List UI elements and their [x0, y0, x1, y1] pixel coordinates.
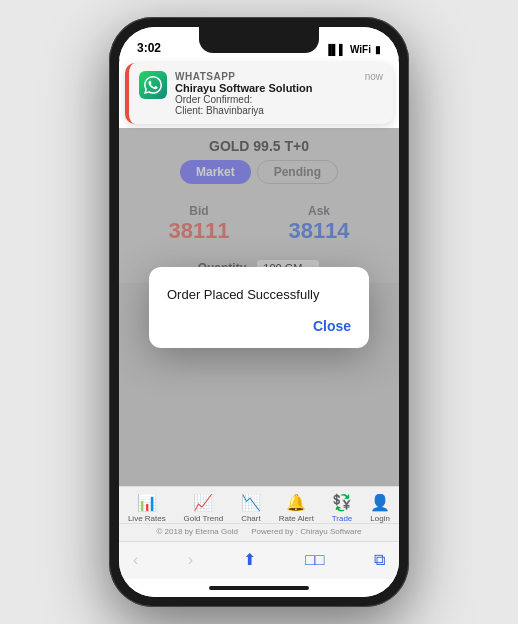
nav-login[interactable]: 👤 Login — [370, 493, 390, 523]
notif-app-name: WHATSAPP — [175, 71, 235, 82]
phone-screen: 3:02 ▐▌▌ WiFi ▮ WHATSAPP now Chirayu Sof… — [119, 27, 399, 597]
modal-box: Order Placed Successfully Close — [149, 267, 369, 348]
nav-live-rates[interactable]: 📊 Live Rates — [128, 493, 166, 523]
notification-content: WHATSAPP now Chirayu Software Solution O… — [175, 71, 383, 116]
nav-trade-label: Trade — [332, 514, 353, 523]
chart-icon: 📉 — [241, 493, 261, 512]
nav-gold-trend-label: Gold Trend — [184, 514, 224, 523]
modal-close-button[interactable]: Close — [313, 318, 351, 334]
status-icons: ▐▌▌ WiFi ▮ — [325, 44, 381, 55]
gold-trend-icon: 📈 — [193, 493, 213, 512]
notification-banner[interactable]: WHATSAPP now Chirayu Software Solution O… — [125, 63, 393, 124]
modal-overlay: Order Placed Successfully Close — [119, 128, 399, 486]
rate-alert-icon: 🔔 — [286, 493, 306, 512]
footer-right: Powered by : Chirayu Software — [251, 527, 361, 536]
modal-close-container: Close — [167, 318, 351, 334]
signal-icon: ▐▌▌ — [325, 44, 346, 55]
notch — [199, 27, 319, 53]
nav-live-rates-label: Live Rates — [128, 514, 166, 523]
tabs-button[interactable]: ⧉ — [374, 551, 385, 569]
back-button[interactable]: ‹ — [133, 551, 138, 569]
status-time: 3:02 — [137, 41, 161, 55]
nav-gold-trend[interactable]: 📈 Gold Trend — [184, 493, 224, 523]
live-rates-icon: 📊 — [137, 493, 157, 512]
trade-icon: 💱 — [332, 493, 352, 512]
login-icon: 👤 — [370, 493, 390, 512]
home-bar — [209, 586, 309, 590]
battery-icon: ▮ — [375, 44, 381, 55]
nav-login-label: Login — [370, 514, 390, 523]
nav-items: 📊 Live Rates 📈 Gold Trend 📉 Chart 🔔 Rate… — [119, 493, 399, 523]
bookmarks-button[interactable]: □□ — [305, 551, 324, 569]
share-button[interactable]: ⬆ — [243, 550, 256, 569]
nav-trade[interactable]: 💱 Trade — [332, 493, 353, 523]
wifi-icon: WiFi — [350, 44, 371, 55]
nav-rate-alert[interactable]: 🔔 Rate Alert — [279, 493, 314, 523]
modal-message: Order Placed Successfully — [167, 287, 351, 302]
notif-sender: Chirayu Software Solution — [175, 82, 383, 94]
app-content: GOLD 99.5 T+0 Market Pending Bid 38111 A… — [119, 128, 399, 486]
notif-time: now — [365, 71, 383, 82]
home-indicator — [119, 579, 399, 597]
notif-line2: Client: Bhavinbariya — [175, 105, 383, 116]
notif-line1: Order Confirmed: — [175, 94, 383, 105]
nav-chart-label: Chart — [241, 514, 261, 523]
bottom-nav: 📊 Live Rates 📈 Gold Trend 📉 Chart 🔔 Rate… — [119, 486, 399, 541]
phone-frame: 3:02 ▐▌▌ WiFi ▮ WHATSAPP now Chirayu Sof… — [109, 17, 409, 607]
footer-left: © 2018 by Eterna Gold — [156, 527, 238, 536]
footer: © 2018 by Eterna Gold Powered by : Chira… — [119, 523, 399, 539]
forward-button[interactable]: › — [188, 551, 193, 569]
nav-rate-alert-label: Rate Alert — [279, 514, 314, 523]
safari-bar: ‹ › ⬆ □□ ⧉ — [119, 541, 399, 579]
whatsapp-icon — [139, 71, 167, 99]
nav-chart[interactable]: 📉 Chart — [241, 493, 261, 523]
